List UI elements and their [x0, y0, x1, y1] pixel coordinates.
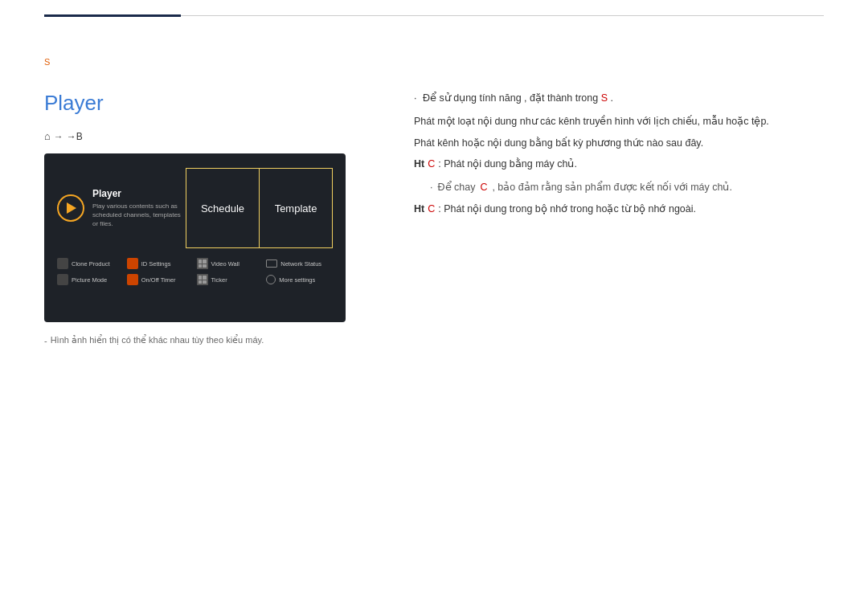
clone-product-label: Clone Product — [72, 260, 110, 268]
method1-label: Ht — [414, 157, 424, 172]
bottom-icons-grid: Clone Product ID Settings Video Wall — [57, 258, 333, 285]
play-button-icon — [57, 194, 84, 222]
breadcrumb-label: S — [44, 57, 50, 67]
id-settings-icon — [127, 258, 138, 269]
tv-screen-mockup: Player Play various contents such assche… — [44, 153, 346, 322]
ticker-label: Ticker — [211, 276, 227, 284]
desc-line-2: Phát kênh hoặc nội dung bằng bất kỳ phươ… — [414, 136, 824, 151]
method1-highlight: C — [428, 157, 435, 172]
template-button[interactable]: Template — [259, 168, 333, 248]
nav-path: ⌂ → →B — [44, 130, 382, 142]
player-menu: Player Play various contents such assche… — [57, 168, 333, 248]
player-icon-block: Player Play various contents such assche… — [57, 168, 186, 248]
divider-left — [44, 14, 181, 17]
method-line-2: Ht C : Phát nội dung trong bộ nhớ trong … — [414, 202, 824, 217]
nav-dest: →B — [67, 131, 83, 142]
desc-line-1: Phát một loạt nội dung như các kênh truy… — [414, 114, 824, 129]
home-icon: ⌂ — [44, 130, 51, 142]
ticker-icon — [197, 274, 208, 285]
network-status-label: Network Status — [280, 260, 321, 268]
bullet-sym-1: · — [414, 92, 416, 104]
bullet1-pre: Để sử dụng tính năng , đặt — [423, 92, 547, 104]
bullet1-s: S — [601, 92, 608, 104]
more-settings-icon — [266, 275, 276, 284]
caption-dash: - — [44, 336, 47, 345]
section-title: Player — [44, 91, 382, 116]
sub-bullet-pre: Để chay — [437, 180, 475, 195]
onoff-timer-icon — [127, 274, 138, 285]
method-line-1: Ht C : Phát nội dung bằng máy chủ. — [414, 157, 824, 172]
icon-ticker: Ticker — [197, 274, 264, 285]
method1-text: : Phát nội dung bằng máy chủ. — [438, 157, 577, 172]
onoff-timer-label: On/Off Timer — [141, 276, 176, 284]
method2-text: : Phát nội dung trong bộ nhớ trong hoặc … — [438, 202, 696, 217]
breadcrumb: S — [44, 57, 824, 67]
picture-mode-label: Picture Mode — [72, 276, 107, 284]
schedule-button[interactable]: Schedule — [186, 168, 259, 248]
icon-clone-product: Clone Product — [57, 258, 124, 269]
clone-product-icon — [57, 258, 68, 269]
player-label-block: Player Play various contents such assche… — [92, 188, 181, 229]
icon-more-settings: More settings — [266, 274, 333, 285]
page-content: S Player ⌂ → →B Player Pl — [0, 57, 868, 345]
network-status-icon — [266, 260, 277, 268]
nav-arrow1: → — [54, 131, 63, 142]
icon-onoff-timer: On/Off Timer — [127, 274, 194, 285]
video-wall-icon — [197, 258, 208, 269]
icon-video-wall: Video Wall — [197, 258, 264, 269]
caption-text: Hình ảnh hiển thị có thể khác nhau tùy t… — [51, 335, 264, 345]
left-column: Player ⌂ → →B Player Play various conten… — [44, 91, 382, 345]
icon-network-status: Network Status — [266, 258, 333, 269]
bullet1-end: . — [611, 92, 613, 104]
bullet1-mid: thành trong — [547, 92, 601, 104]
picture-mode-icon — [57, 274, 68, 285]
menu-buttons: Schedule Template — [186, 168, 333, 248]
image-caption: - Hình ảnh hiển thị có thể khác nhau tùy… — [44, 335, 382, 345]
id-settings-label: ID Settings — [141, 260, 171, 268]
player-label-title: Player — [92, 188, 181, 199]
sub-bullet-mid: , bảo đảm rằng sản phẩm được kết nối với… — [492, 180, 732, 195]
player-label-desc: Play various contents such asscheduled c… — [92, 202, 181, 229]
sub-bullet-highlight: C — [480, 180, 487, 195]
divider-right — [181, 15, 824, 16]
method2-label: Ht — [414, 202, 424, 217]
method2-highlight: C — [428, 202, 435, 217]
video-wall-label: Video Wall — [211, 260, 240, 268]
sub-bullet-1: · Để chay C , bảo đảm rằng sản phẩm được… — [430, 180, 824, 195]
more-settings-label: More settings — [279, 276, 315, 284]
bullet-point-1: · Để sử dụng tính năng , đặt thành trong… — [414, 91, 824, 106]
right-column: · Để sử dụng tính năng , đặt thành trong… — [414, 91, 824, 345]
icon-id-settings: ID Settings — [127, 258, 194, 269]
main-two-col: Player ⌂ → →B Player Play various conten… — [44, 91, 824, 345]
top-divider — [0, 0, 868, 17]
icon-picture-mode: Picture Mode — [57, 274, 124, 285]
sub-sym: · — [430, 180, 432, 195]
